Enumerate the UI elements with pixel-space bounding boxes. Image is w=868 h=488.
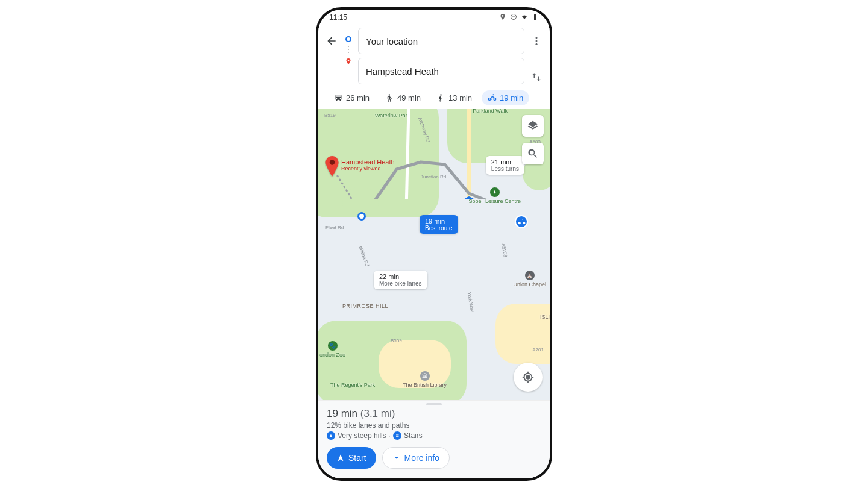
layers-button[interactable] <box>522 115 544 137</box>
svg-point-5 <box>330 160 335 164</box>
road-fleet: Fleet Rd <box>326 225 344 230</box>
road-b519: B519 <box>324 113 336 118</box>
bike-lane-pct: 12% bike lanes and paths <box>327 421 541 430</box>
origin-input[interactable]: Your location <box>358 28 524 54</box>
destination-input[interactable]: Hampstead Heath <box>358 58 524 84</box>
poi-parkland: Parkland Walk <box>473 109 508 114</box>
destination-label: Hampstead Heath Recently viewed <box>341 158 395 172</box>
svg-point-2 <box>536 37 538 39</box>
poi-regents: The Regent's Park <box>330 382 375 388</box>
route-start-marker <box>357 212 366 221</box>
road-b509: B509 <box>391 338 402 343</box>
svg-point-4 <box>536 43 538 45</box>
mode-bike[interactable]: 19 min <box>482 90 529 105</box>
dnd-icon <box>510 13 517 22</box>
destination-pin[interactable] <box>324 156 340 180</box>
search-area-button[interactable] <box>522 143 544 164</box>
map-canvas[interactable]: Hampstead Heath Recently viewed 21 min L… <box>318 109 550 400</box>
zoo-icon: 🐾 <box>328 341 338 351</box>
route-best-tooltip[interactable]: 19 min Best route <box>420 215 458 234</box>
route-warnings: ▲ Very steep hills · ≡ Stairs <box>327 431 541 440</box>
mode-transit[interactable]: 26 min <box>328 90 376 105</box>
battery-icon <box>532 13 539 22</box>
status-time: 11:15 <box>329 13 347 22</box>
route-time-distance: 19 min (3.1 mi) <box>327 408 541 420</box>
mode-bike-label: 19 min <box>500 93 523 102</box>
road-junction: Junction Rd <box>421 174 446 180</box>
poi-zoo[interactable]: 🐾 ondon Zoo <box>319 341 345 358</box>
sheet-handle[interactable] <box>426 403 442 405</box>
place-icon: ⛪ <box>525 271 535 280</box>
route-alt2-tooltip[interactable]: 22 min More bike lanes <box>374 271 427 289</box>
poi-waterlow: Waterlow Park <box>375 113 410 119</box>
travel-mode-tabs: 26 min 49 min 13 min 19 min <box>324 84 544 109</box>
route-endpoints-icon <box>344 28 353 67</box>
route-summary-sheet[interactable]: 19 min (3.1 mi) 12% bike lanes and paths… <box>318 400 550 478</box>
poi-sobell[interactable]: ✦ Sobell Leisure Centre <box>468 187 521 204</box>
back-button[interactable] <box>324 34 339 48</box>
museum-icon: 🏛 <box>420 371 430 381</box>
mode-ride-label: 13 min <box>448 93 472 102</box>
poi-british-library[interactable]: 🏛 The British Library <box>403 371 447 388</box>
wifi-icon <box>521 13 528 22</box>
hills-icon: ▲ <box>327 431 335 440</box>
svg-point-3 <box>536 40 538 42</box>
mode-walk[interactable]: 49 min <box>379 90 427 105</box>
route-alt1-tooltip[interactable]: 21 min Less turns <box>486 156 524 175</box>
svg-point-1 <box>348 60 350 61</box>
phone-frame: 11:15 Your location Hampstead Heath <box>316 7 552 481</box>
poi-union-chapel[interactable]: ⛪ Union Chapel <box>513 271 546 287</box>
route-end-marker <box>515 215 528 228</box>
mode-rideshare[interactable]: 13 min <box>430 90 478 105</box>
road-a201: A201 <box>532 347 544 352</box>
mode-walk-label: 49 min <box>397 93 421 102</box>
park-icon: ✦ <box>490 187 500 197</box>
poi-islington: ISLI <box>540 314 550 320</box>
poi-primrose: PRIMROSE HILL <box>342 303 388 309</box>
stairs-icon: ≡ <box>393 431 401 440</box>
more-info-button[interactable]: More info <box>382 447 450 469</box>
recenter-button[interactable] <box>514 363 542 392</box>
directions-header: Your location Hampstead Heath 26 min 49 … <box>318 25 550 109</box>
location-icon <box>499 13 506 22</box>
start-button[interactable]: Start <box>327 447 376 469</box>
status-bar: 11:15 <box>318 10 550 25</box>
overflow-menu[interactable] <box>530 35 542 47</box>
mode-transit-label: 26 min <box>346 93 370 102</box>
swap-endpoints[interactable] <box>530 71 542 83</box>
